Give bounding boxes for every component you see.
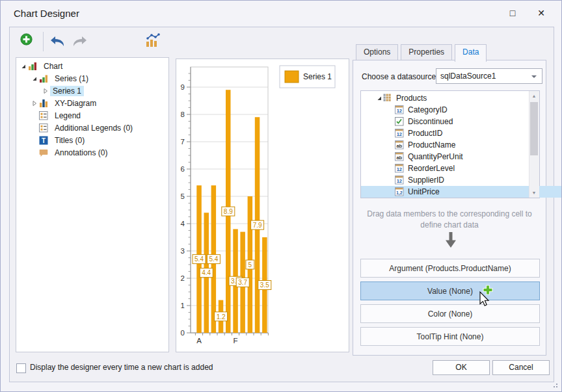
expander-expanded-icon[interactable]: [20, 63, 27, 70]
cell-argument[interactable]: Argument (Products.ProductName): [360, 259, 540, 278]
svg-text:5: 5: [181, 192, 185, 200]
tree-item-label: Additional Legends (0): [52, 123, 135, 133]
tree-item-xy-diagram[interactable]: XY-Diagram: [16, 97, 168, 109]
tree-item-chart[interactable]: Chart: [16, 60, 168, 72]
scrollbar-thumb[interactable]: [530, 102, 538, 155]
tree-item-titles-0[interactable]: TTitles (0): [16, 134, 168, 146]
fields-table-row[interactable]: Products: [361, 92, 544, 104]
chart-legend: Series 1: [280, 66, 335, 88]
tab-options[interactable]: Options: [356, 44, 398, 60]
window-title: Chart Designer: [14, 1, 79, 27]
fields-scrollbar[interactable]: ▲ ▼: [529, 91, 539, 198]
tree-item-series-1[interactable]: Series 1: [16, 85, 168, 97]
svg-text:T: T: [42, 137, 46, 144]
chart-icon: [28, 62, 37, 71]
datasource-label: Choose a datasource:: [362, 72, 438, 81]
series-icon: [39, 74, 48, 83]
field-name: ProductName: [408, 140, 455, 150]
chart-type-button[interactable]: [145, 33, 160, 50]
undo-button[interactable]: [50, 36, 65, 49]
drag-cursor: [476, 284, 497, 313]
int-field-icon: 12: [395, 164, 404, 173]
data-tab-page: Choose a datasource: sqlDataSource1 ▲ ▼ …: [353, 60, 546, 356]
scroll-up-icon[interactable]: ▲: [529, 91, 539, 101]
svg-text:3.5: 3.5: [260, 281, 269, 289]
titles-icon: T: [39, 136, 48, 145]
tab-properties[interactable]: Properties: [401, 44, 452, 60]
svg-text:8.9: 8.9: [224, 208, 233, 215]
svg-text:1: 1: [181, 302, 185, 309]
expander-expanded-icon[interactable]: [376, 95, 382, 101]
svg-text:4.4: 4.4: [202, 269, 211, 276]
cell-color[interactable]: Color (None): [360, 304, 540, 323]
tree-item-label: XY-Diagram: [52, 98, 99, 109]
text-field-icon: ab: [395, 140, 404, 150]
ok-button[interactable]: OK: [433, 360, 490, 375]
expander-expanded-icon[interactable]: [31, 75, 38, 82]
toolbar-separator: [43, 32, 44, 51]
tree-item-series-1[interactable]: Series (1): [16, 72, 168, 85]
svg-text:3.7: 3.7: [238, 279, 247, 286]
datasource-value: sqlDataSource1: [440, 72, 496, 81]
tree-item-label: Annotations (0): [52, 148, 110, 158]
xy-diagram-icon: [39, 99, 48, 108]
chart-structure-tree: ChartSeries (1)Series 1XY-DiagramLegendA…: [16, 57, 169, 352]
display-designer-checkbox[interactable]: [16, 363, 26, 373]
panel-tabs: OptionsPropertiesData: [356, 44, 487, 60]
svg-text:2: 2: [181, 274, 185, 282]
redo-arrow-icon: [72, 36, 87, 47]
maximize-button[interactable]: □: [502, 3, 524, 23]
svg-text:12: 12: [397, 131, 402, 137]
expander-collapsed-icon[interactable]: [42, 88, 49, 94]
svg-text:8: 8: [181, 111, 185, 118]
tree-item-additional-legends-0[interactable]: Additional Legends (0): [16, 122, 168, 134]
table-name: Products: [396, 94, 427, 103]
drag-hint-text: Drag data members to the corresponding c…: [361, 209, 538, 231]
svg-text:12: 12: [397, 108, 402, 114]
datasource-dropdown[interactable]: sqlDataSource1: [436, 68, 542, 84]
int-field-icon: 12: [395, 105, 404, 114]
designer-body: ChartSeries (1)Series 1XY-DiagramLegendA…: [9, 27, 554, 382]
redo-button[interactable]: [72, 36, 87, 49]
undo-arrow-icon: [50, 36, 65, 47]
cell-tooltip[interactable]: ToolTip Hint (None): [360, 327, 540, 346]
tab-data[interactable]: Data: [455, 44, 487, 62]
svg-text:7: 7: [181, 138, 185, 146]
field-name: ReorderLevel: [408, 164, 455, 173]
tree-item-label: Chart: [41, 61, 65, 72]
cell-value[interactable]: Value (None): [360, 281, 540, 300]
svg-text:3: 3: [181, 247, 185, 255]
tree-item-legend[interactable]: Legend: [16, 109, 168, 122]
expander-collapsed-icon[interactable]: [31, 100, 38, 107]
svg-text:4: 4: [181, 220, 185, 228]
tree-item-label: Series (1): [52, 73, 91, 84]
table-icon: [383, 94, 392, 103]
resize-grip[interactable]: [551, 381, 557, 387]
svg-text:1.2: 1.2: [217, 313, 226, 320]
plus-circle-icon: [20, 33, 33, 46]
svg-text:12: 12: [397, 166, 402, 172]
svg-text:5.4: 5.4: [209, 255, 218, 263]
cancel-button[interactable]: Cancel: [492, 360, 550, 375]
svg-text:0: 0: [181, 329, 185, 337]
add-chart-element-button[interactable]: [20, 33, 33, 48]
scroll-down-icon[interactable]: ▼: [529, 188, 539, 198]
chart-preview-panel: 0123456789AF5.44.45.41.28.93.83.757.93.5…: [176, 59, 349, 352]
display-designer-checkbox-label: Display the designer every time a new ch…: [30, 363, 213, 372]
tree-item-annotations-0[interactable]: Annotations (0): [16, 146, 168, 159]
titlebar[interactable]: Chart Designer □ ✕: [1, 1, 561, 27]
bool-field-icon: [395, 117, 404, 126]
close-button[interactable]: ✕: [530, 3, 552, 23]
legend-icon: [39, 111, 48, 120]
svg-text:7.9: 7.9: [253, 222, 262, 229]
svg-text:12: 12: [397, 178, 402, 184]
x-axis: AF: [195, 333, 268, 345]
tree-item-label: Series 1: [50, 86, 84, 96]
annotations-icon: [39, 148, 48, 157]
bar-chart-preview: 0123456789AF5.44.45.41.28.93.83.757.93.5…: [176, 59, 349, 352]
text-field-icon: ab: [395, 152, 404, 161]
svg-text:9: 9: [181, 83, 185, 91]
dropdown-arrow-icon: [531, 75, 537, 78]
field-name: QuantityPerUnit: [408, 152, 463, 161]
field-name: Discontinued: [408, 117, 453, 126]
